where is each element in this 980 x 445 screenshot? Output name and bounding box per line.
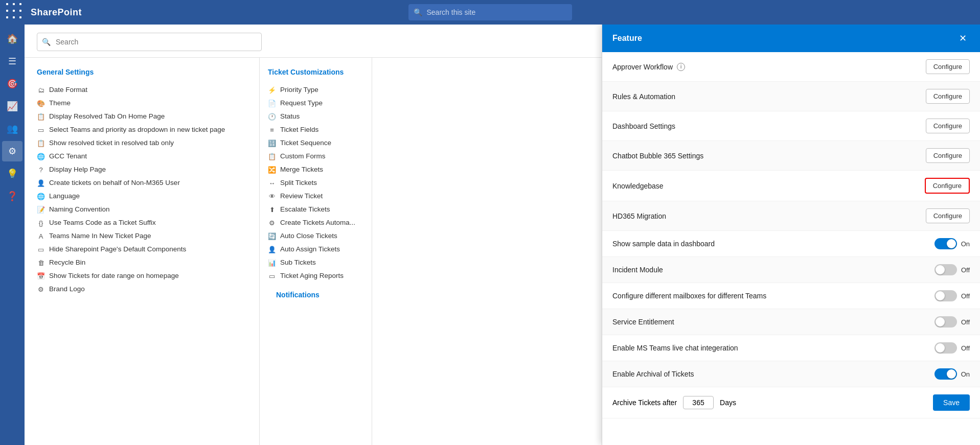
app-logo: SharePoint: [31, 7, 82, 18]
top-search-wrapper: 🔍: [408, 4, 572, 20]
top-navigation: SharePoint 🔍: [0, 0, 980, 25]
app-grid-icon[interactable]: [6, 3, 25, 21]
top-search-input[interactable]: [408, 4, 572, 20]
top-search-icon: 🔍: [414, 8, 422, 16]
